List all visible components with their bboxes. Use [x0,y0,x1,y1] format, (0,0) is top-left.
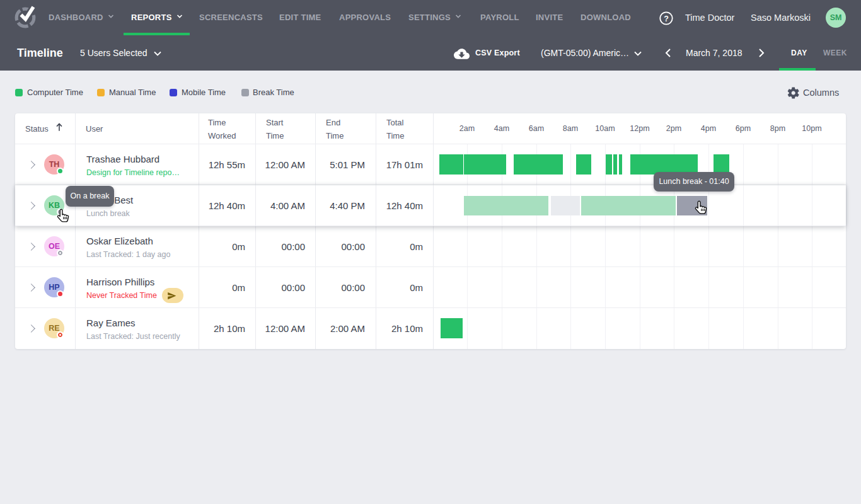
svg-text:?: ? [664,14,669,23]
